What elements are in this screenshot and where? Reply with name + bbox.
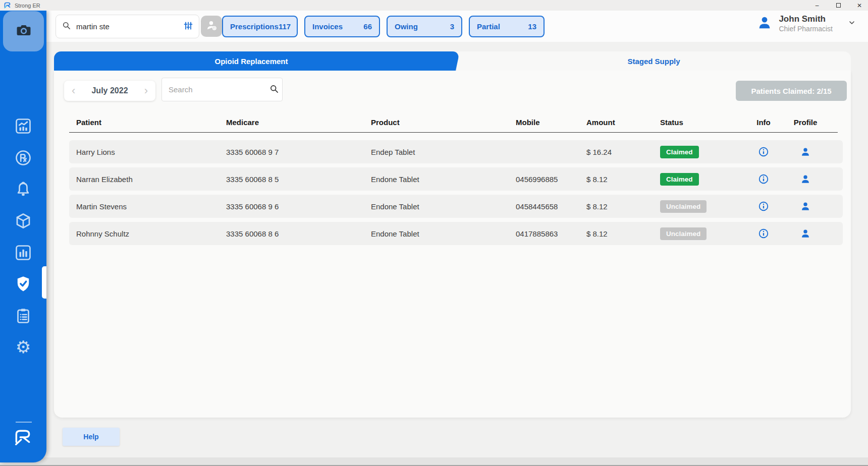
cell-status: Unclaimed (653, 227, 744, 240)
cell-medicare: 3335 60068 9 7 (219, 148, 364, 156)
patient-search-box[interactable] (56, 15, 199, 38)
column-header-amount: Amount (579, 118, 653, 127)
table-row: Rohnny Schultz 3335 60068 8 6 Endone Tab… (69, 222, 843, 245)
chip-owing[interactable]: Owing 3 (387, 16, 462, 37)
avatar-icon (756, 15, 773, 33)
cell-product: Endone Tablet (364, 175, 509, 184)
status-badge: Claimed (660, 173, 699, 186)
chip-label: Invoices (312, 22, 343, 31)
chevron-down-icon[interactable] (848, 19, 856, 29)
chip-partial[interactable]: Partial 13 (469, 16, 545, 37)
cell-info (744, 201, 783, 212)
sidebar-item-notifications[interactable] (14, 180, 33, 199)
sidebar-item-records[interactable] (14, 306, 33, 325)
cell-patient: Narran Elizabeth (69, 175, 219, 184)
table-body: Harry Lions 3335 60068 9 7 Endep Tablet … (69, 140, 843, 249)
column-header-patient: Patient (69, 118, 219, 127)
info-button[interactable] (758, 146, 769, 157)
table-row: Martin Stevens 3335 60068 9 6 Endone Tab… (69, 195, 843, 218)
chip-count: 66 (363, 22, 372, 31)
camera-button[interactable] (3, 11, 44, 51)
info-button[interactable] (758, 173, 769, 185)
tune-icon[interactable] (183, 21, 193, 33)
cell-medicare: 3335 60068 8 5 (219, 175, 364, 184)
help-button[interactable]: Help (63, 428, 120, 446)
sidebar-item-prescriptions[interactable] (14, 148, 33, 167)
minimize-button[interactable]: – (813, 2, 821, 9)
person-add-icon (205, 19, 218, 34)
maximize-button[interactable] (835, 2, 842, 9)
info-button[interactable] (758, 201, 769, 212)
cell-status: Claimed (653, 173, 744, 186)
status-badge: Claimed (660, 146, 699, 158)
active-nav-indicator (42, 266, 46, 299)
table-search-box[interactable] (161, 78, 283, 101)
content-card: ‹ July 2022 › Patients Claimed: 2/15 Pat… (54, 71, 851, 418)
profile-icon (800, 173, 811, 185)
sr-logo-bottom-icon (12, 428, 33, 449)
add-patient-button[interactable] (201, 16, 222, 37)
sidebar-divider (16, 422, 32, 423)
clipboard-icon (14, 307, 32, 325)
profile-button[interactable] (800, 228, 811, 239)
sidebar-item-settings[interactable]: ⚙ (14, 337, 33, 357)
info-icon (758, 201, 769, 212)
chevron-right-icon[interactable]: › (143, 85, 149, 96)
profile-icon (800, 228, 811, 239)
status-badge: Unclaimed (660, 227, 707, 240)
month-label: July 2022 (91, 86, 128, 95)
cell-patient: Harry Lions (69, 148, 219, 156)
tab-opioid-replacement[interactable]: Opioid Replacement (54, 51, 449, 71)
app-window: Strong ER – ✕ (0, 0, 868, 466)
cell-amount: $ 16.24 (579, 148, 653, 156)
chevron-left-icon[interactable]: ‹ (71, 85, 76, 96)
topbar: Prescriptions 117 Invoices 66 Owing 3 Pa… (46, 11, 868, 42)
info-icon (758, 146, 769, 157)
chip-label: Partial (477, 22, 500, 31)
titlebar: Strong ER – ✕ (0, 0, 868, 11)
shield-check-icon (14, 275, 32, 293)
cell-product: Endone Tablet (364, 229, 509, 238)
analytics-icon (14, 117, 32, 135)
cell-amount: $ 8.12 (579, 175, 653, 184)
sidebar: ⚙ (0, 11, 46, 462)
sidebar-item-reports[interactable] (14, 243, 33, 262)
search-icon (62, 21, 71, 32)
reports-icon (14, 244, 32, 262)
column-header-mobile: Mobile (509, 118, 579, 127)
table-search-input[interactable] (169, 85, 269, 94)
gear-icon: ⚙ (16, 338, 31, 356)
sidebar-item-inventory[interactable] (14, 211, 33, 230)
info-icon (758, 228, 769, 239)
cell-info (744, 146, 783, 157)
cell-product: Endep Tablet (364, 148, 509, 156)
cell-product: Endone Tablet (364, 202, 509, 211)
patient-search-input[interactable] (76, 22, 183, 31)
tab-staged-supply[interactable]: Staged Supply (457, 51, 851, 71)
info-button[interactable] (758, 228, 769, 239)
cell-profile (783, 146, 828, 157)
table-row: Harry Lions 3335 60068 9 7 Endep Tablet … (69, 140, 843, 163)
column-header-info: Info (744, 118, 783, 127)
table-header-divider (69, 132, 838, 133)
sidebar-item-staged-supply[interactable] (14, 274, 33, 294)
window-title: Strong ER (15, 3, 40, 9)
chip-invoices[interactable]: Invoices 66 (304, 16, 380, 37)
profile-button[interactable] (800, 173, 811, 185)
chip-count: 13 (528, 22, 536, 31)
chip-prescriptions[interactable]: Prescriptions 117 (222, 16, 298, 37)
window-controls: – ✕ (813, 0, 863, 11)
user-role: Chief Pharmacist (779, 25, 833, 33)
status-badge: Unclaimed (660, 200, 707, 213)
prescription-icon (14, 149, 32, 167)
sidebar-item-analytics[interactable] (14, 116, 33, 136)
chip-count: 3 (450, 22, 454, 31)
user-info: John Smith Chief Pharmacist (779, 14, 833, 33)
profile-button[interactable] (800, 146, 811, 157)
info-icon (758, 173, 769, 185)
patients-claimed-button[interactable]: Patients Claimed: 2/15 (736, 81, 847, 101)
close-button[interactable]: ✕ (856, 2, 863, 9)
column-header-medicare: Medicare (219, 118, 364, 127)
user-menu[interactable]: John Smith Chief Pharmacist (756, 14, 856, 33)
profile-button[interactable] (800, 201, 811, 212)
